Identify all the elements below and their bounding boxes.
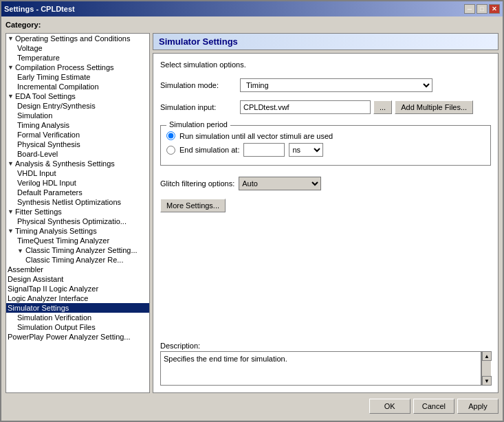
tree-item-analysis-synthesis[interactable]: ▼ Analysis & Synthesis Settings [6,159,149,168]
category-tree[interactable]: ▼ Operating Settings and Conditions Volt… [6,33,150,393]
tree-item-timing-analysis-settings[interactable]: ▼ Timing Analysis Settings [6,226,149,236]
tree-item-classic-timing-r[interactable]: Classic Timing Analyzer Re... [6,255,149,265]
description-label: Description: [160,342,491,350]
tree-item-verilog[interactable]: Verilog HDL Input [6,178,149,188]
apply-button[interactable]: Apply [457,399,498,414]
radio-end-simulation[interactable] [166,146,175,155]
scroll-down-btn[interactable]: ▼ [482,376,492,386]
tree-item-design-entry[interactable]: Design Entry/Synthesis [6,101,149,111]
tree-item-design-assistant[interactable]: Design Assistant [6,274,149,284]
radio-all-stimuli-label: Run simulation until all vector stimuli … [179,132,333,140]
tree-item-simulation-output[interactable]: Simulation Output Files [6,322,149,332]
select-options-text: Select simulation options. [160,60,491,69]
tree-item-simulator-settings[interactable]: Simulator Settings [6,303,149,313]
expand-icon-compilation: ▼ [8,64,14,71]
simulation-input-row: Simulation input: ... Add Multiple Files… [160,100,491,114]
tree-item-operating[interactable]: ▼ Operating Settings and Conditions [6,34,149,43]
simulation-period-legend: Simulation period [166,120,230,129]
expand-icon-classic: ▼ [17,247,23,254]
content-area: Category: ▼ Operating Settings and Condi… [1,16,503,421]
scroll-track [482,361,491,376]
simulation-mode-row: Simulation mode: Timing Functional Gate-… [160,78,491,92]
tree-item-simulation-eda[interactable]: Simulation [6,111,149,120]
tree-item-signaltap[interactable]: SignalTap II Logic Analyzer [6,284,149,293]
expand-icon-operating: ▼ [8,35,14,42]
close-button[interactable]: ✕ [489,4,500,14]
tree-item-powerplay[interactable]: PowerPlay Power Analyzer Setting... [6,332,149,342]
title-controls: ─ □ ✕ [464,4,500,14]
main-window: Settings - CPLDtest ─ □ ✕ Category: ▼ Op… [0,0,504,422]
add-multiple-button[interactable]: Add Multiple Files... [395,100,473,114]
glitch-label: Glitch filtering options: [160,179,234,188]
ok-button[interactable]: OK [369,399,410,414]
simulation-period-group: Simulation period Run simulation until a… [160,125,491,166]
tree-item-vhdl[interactable]: VHDL Input [6,168,149,178]
description-scrollbar-container: Specifies the end time for simulation. ▲… [160,351,491,386]
simulation-mode-label: Simulation mode: [160,81,236,89]
tree-item-default-params[interactable]: Default Parameters [6,188,149,197]
expand-icon-eda: ▼ [8,93,14,100]
tree-item-classic-timing[interactable]: ▼ Classic Timing Analyzer Setting... [6,245,149,255]
glitch-row: Glitch filtering options: Auto None [160,177,491,190]
more-settings-row: More Settings... [160,199,491,212]
tree-item-eda[interactable]: ▼ EDA Tool Settings [6,91,149,101]
maximize-button[interactable]: □ [476,4,487,14]
main-panel: ▼ Operating Settings and Conditions Volt… [6,33,498,393]
expand-icon-analysis: ▼ [8,160,14,167]
spacer [160,218,491,336]
ns-unit-select[interactable]: ns ps us ms [289,143,323,157]
tree-item-timequest[interactable]: TimeQuest Timing Analyzer [6,236,149,245]
tree-item-formal-verification[interactable]: Formal Verification [6,130,149,140]
tree-item-logic-analyzer[interactable]: Logic Analyzer Interface [6,293,149,303]
scroll-up-btn[interactable]: ▲ [482,351,492,361]
tree-item-early-timing[interactable]: Early Timing Estimate [6,72,149,82]
tree-item-assembler[interactable]: Assembler [6,265,149,274]
tree-item-physical-synthesis-opt[interactable]: Physical Synthesis Optimizatio... [6,216,149,226]
description-section: Description: Specifies the end time for … [160,342,491,386]
simulation-input-group: ... Add Multiple Files... [240,100,473,114]
category-label: Category: [6,21,498,29]
tree-item-voltage[interactable]: Voltage [6,43,149,53]
simulation-mode-wrapper: Timing Functional Gate-Level [240,78,432,92]
bottom-bar: OK Cancel Apply [6,396,498,417]
tree-item-compilation[interactable]: ▼ Compilation Process Settings [6,63,149,72]
radio-all-stimuli[interactable] [166,131,175,140]
tree-item-incremental[interactable]: Incremental Compilation [6,82,149,91]
end-time-input[interactable] [243,143,285,157]
ellipsis-button[interactable]: ... [373,100,392,114]
tree-item-fitter[interactable]: ▼ Fitter Settings [6,207,149,216]
tree-item-temperature[interactable]: Temperature [6,53,149,63]
expand-icon-fitter: ▼ [8,208,14,215]
title-bar: Settings - CPLDtest ─ □ ✕ [1,1,503,16]
settings-content: Select simulation options. Simulation mo… [153,53,498,393]
simulation-input-label: Simulation input: [160,103,236,111]
expand-icon-timing: ▼ [8,227,14,234]
window-title: Settings - CPLDtest [4,5,75,13]
tree-item-board-level[interactable]: Board-Level [6,149,149,159]
more-settings-button[interactable]: More Settings... [160,199,226,212]
simulation-input-field[interactable] [240,100,371,114]
simulation-mode-select[interactable]: Timing Functional Gate-Level [240,78,432,92]
right-panel: Simulator Settings Select simulation opt… [153,33,498,393]
radio-row-1: Run simulation until all vector stimuli … [166,131,485,140]
radio-row-2: End simulation at: ns ps us ms [166,143,485,157]
tree-item-simulation-verification[interactable]: Simulation Verification [6,313,149,322]
radio-end-label: End simulation at: [179,146,239,154]
minimize-button[interactable]: ─ [464,4,475,14]
settings-header: Simulator Settings [153,33,498,50]
glitch-select[interactable]: Auto None [239,177,321,190]
tree-item-synthesis-netlist[interactable]: Synthesis Netlist Optimizations [6,197,149,207]
description-text: Specifies the end time for simulation. [160,351,481,386]
tree-item-timing-analysis-eda[interactable]: Timing Analysis [6,120,149,130]
description-scrollbar[interactable]: ▲ ▼ [481,351,491,386]
cancel-button[interactable]: Cancel [413,399,454,414]
tree-item-physical-synthesis[interactable]: Physical Synthesis [6,140,149,149]
